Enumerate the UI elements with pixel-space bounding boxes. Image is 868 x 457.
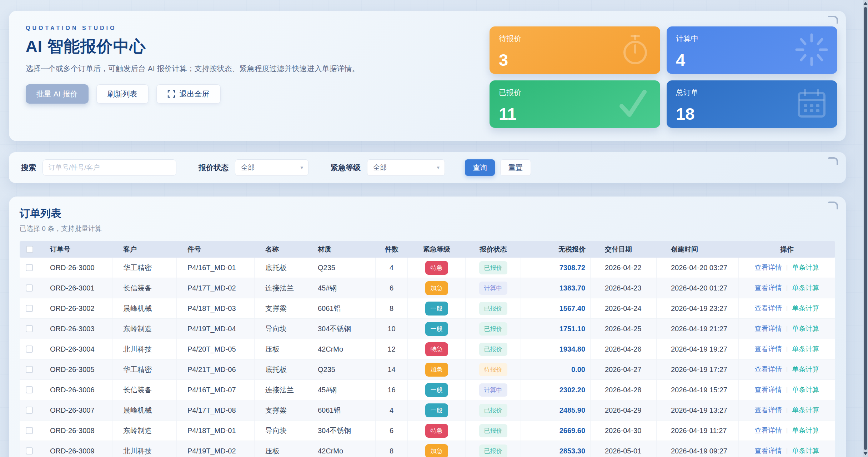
scroll-up-arrow[interactable]: [863, 2, 868, 5]
price-cell: 7308.72: [521, 258, 591, 278]
status-select[interactable]: 全部 ▾: [235, 159, 308, 176]
urgency-select[interactable]: 全部 ▾: [367, 159, 445, 176]
row-checkbox[interactable]: [26, 386, 33, 393]
search-label: 搜索: [21, 163, 36, 173]
filter-panel: 搜索 报价状态 全部 ▾ 紧急等级 全部 ▾ 查询 重置: [9, 152, 846, 183]
reset-button[interactable]: 重置: [500, 159, 531, 176]
created-time-cell: 2026-04-19 23:27: [657, 298, 739, 318]
panel-corner-decoration: [828, 157, 838, 165]
single-calc-link[interactable]: 单条计算: [792, 446, 819, 456]
single-calc-link[interactable]: 单条计算: [792, 365, 819, 374]
view-detail-link[interactable]: 查看详情: [755, 426, 782, 435]
calendar-icon: [794, 86, 829, 123]
status-badge: 计算中: [479, 282, 507, 295]
part-no-cell: P4/16T_MD-07: [177, 380, 255, 400]
urgency-badge: 特急: [425, 424, 448, 438]
price-value: 2853.30: [560, 447, 585, 455]
table-row[interactable]: ORD-26-3009 北川科技 P4/19T_MD-02 压板 42CrMo …: [20, 441, 835, 457]
link-divider: |: [786, 346, 788, 353]
material-cell: 304不锈钢: [307, 421, 376, 441]
scrollbar-thumb[interactable]: [864, 7, 867, 450]
material-cell: Q235: [307, 258, 376, 278]
status-badge: 已报价: [479, 424, 507, 437]
stat-value: 3: [499, 50, 508, 70]
single-calc-link[interactable]: 单条计算: [792, 406, 819, 415]
status-badge: 已报价: [479, 343, 507, 356]
row-select-cell: [20, 278, 39, 298]
row-checkbox[interactable]: [26, 305, 33, 312]
price-value: 1567.40: [560, 304, 585, 313]
table-row[interactable]: ORD-26-3004 北川科技 P4/20T_MD-05 压板 42CrMo …: [20, 339, 835, 359]
refresh-list-button[interactable]: 刷新列表: [96, 84, 149, 104]
table-row[interactable]: ORD-26-3002 晨峰机械 P4/18T_MD-03 支撑梁 6061铝 …: [20, 298, 835, 319]
material-cell: 6061铝: [307, 400, 376, 420]
scroll-down-arrow[interactable]: [863, 452, 868, 455]
created-time-cell: 2026-04-19 11:27: [657, 421, 739, 441]
batch-ai-quote-button[interactable]: 批量 AI 报价: [26, 84, 89, 104]
view-detail-link[interactable]: 查看详情: [755, 263, 782, 272]
row-checkbox[interactable]: [26, 447, 33, 454]
actions-cell: 查看详情 | 单条计算: [739, 400, 835, 420]
row-select-cell: [20, 319, 39, 339]
table-row[interactable]: ORD-26-3001 长信装备 P4/17T_MD-02 连接法兰 45#钢 …: [20, 278, 835, 298]
status-cell: 已报价: [466, 400, 521, 420]
urgency-cell: 加急: [408, 441, 466, 457]
single-calc-link[interactable]: 单条计算: [792, 283, 819, 293]
search-input[interactable]: [42, 159, 176, 176]
view-detail-link[interactable]: 查看详情: [755, 304, 782, 313]
view-detail-link[interactable]: 查看详情: [755, 406, 782, 415]
row-checkbox[interactable]: [26, 427, 33, 434]
customer-cell: 晨峰机械: [112, 400, 177, 420]
table-row[interactable]: ORD-26-3008 东岭制造 P4/18T_MD-01 导向块 304不锈钢…: [20, 421, 835, 441]
single-calc-link[interactable]: 单条计算: [792, 385, 819, 394]
col-material: 材质: [307, 241, 376, 258]
query-button[interactable]: 查询: [465, 159, 495, 176]
row-checkbox[interactable]: [26, 284, 33, 292]
stat-value: 18: [676, 104, 694, 124]
stat-card-calculating: 计算中 4: [667, 26, 837, 74]
created-time-cell: 2026-04-19 13:27: [657, 400, 739, 420]
row-checkbox[interactable]: [26, 407, 33, 414]
name-cell: 底托板: [255, 359, 307, 379]
row-checkbox[interactable]: [26, 325, 33, 332]
view-detail-link[interactable]: 查看详情: [755, 324, 782, 333]
table-row[interactable]: ORD-26-3003 东岭制造 P4/19T_MD-04 导向块 304不锈钢…: [20, 319, 835, 339]
price-value: 1934.80: [560, 345, 585, 353]
view-detail-link[interactable]: 查看详情: [755, 385, 782, 394]
row-checkbox[interactable]: [26, 264, 33, 271]
view-detail-link[interactable]: 查看详情: [755, 365, 782, 374]
row-select-cell: [20, 400, 39, 420]
single-calc-link[interactable]: 单条计算: [792, 304, 819, 313]
link-divider: |: [786, 386, 788, 393]
qty-cell: 6: [376, 421, 408, 441]
order-no-cell: ORD-26-3003: [39, 319, 112, 339]
price-cell: 0.00: [521, 359, 591, 379]
status-badge: 计算中: [479, 383, 507, 397]
table-row[interactable]: ORD-26-3000 华工精密 P4/16T_MD-01 底托板 Q235 4…: [20, 258, 835, 278]
exit-fullscreen-button[interactable]: 退出全屏: [156, 84, 221, 104]
status-cell: 已报价: [466, 339, 521, 359]
table-row[interactable]: ORD-26-3005 华工精密 P4/21T_MD-06 底托板 Q235 1…: [20, 359, 835, 380]
select-all-checkbox[interactable]: [26, 246, 33, 253]
price-value: 2669.60: [560, 427, 585, 435]
name-cell: 导向块: [255, 421, 307, 441]
delivery-date-cell: 2026-04-26: [591, 339, 657, 359]
single-calc-link[interactable]: 单条计算: [792, 426, 819, 435]
stats-grid: 待报价 3 计算中 4: [490, 26, 837, 128]
row-checkbox[interactable]: [26, 366, 33, 373]
view-detail-link[interactable]: 查看详情: [755, 446, 782, 456]
view-detail-link[interactable]: 查看详情: [755, 283, 782, 293]
view-detail-link[interactable]: 查看详情: [755, 344, 782, 354]
table-row[interactable]: ORD-26-3006 长信装备 P4/16T_MD-07 连接法兰 45#钢 …: [20, 380, 835, 400]
qty-cell: 8: [376, 298, 408, 318]
customer-cell: 北川科技: [112, 441, 177, 457]
price-cell: 1934.80: [521, 339, 591, 359]
urgency-filter-label: 紧急等级: [331, 163, 361, 173]
table-row[interactable]: ORD-26-3007 晨峰机械 P4/17T_MD-08 支撑梁 6061铝 …: [20, 400, 835, 421]
single-calc-link[interactable]: 单条计算: [792, 324, 819, 333]
col-actions: 操作: [739, 241, 835, 258]
single-calc-link[interactable]: 单条计算: [792, 263, 819, 272]
row-checkbox[interactable]: [26, 346, 33, 353]
exit-fullscreen-label: 退出全屏: [180, 89, 210, 99]
single-calc-link[interactable]: 单条计算: [792, 344, 819, 354]
